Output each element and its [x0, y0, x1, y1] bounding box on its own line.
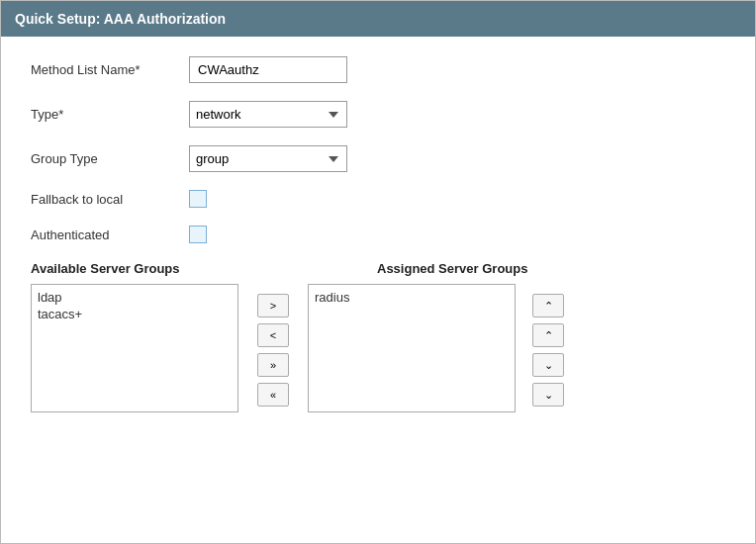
group-type-label: Group Type: [31, 151, 189, 166]
available-listbox[interactable]: ldap tacacs+: [31, 284, 238, 412]
move-bottom-button[interactable]: ⌄: [532, 383, 564, 407]
main-window: Quick Setup: AAA Authorization Method Li…: [0, 0, 756, 544]
method-list-name-input[interactable]: [189, 56, 347, 83]
move-all-right-button[interactable]: »: [257, 353, 289, 377]
group-type-row: Group Type group radius tacacs+ ldap: [31, 145, 725, 172]
method-list-name-label: Method List Name*: [31, 62, 189, 77]
authenticated-row: Authenticated: [31, 226, 725, 243]
move-up-button[interactable]: ⌃: [532, 323, 564, 347]
assigned-listbox[interactable]: radius: [308, 284, 516, 412]
assigned-server-groups-header: Assigned Server Groups: [377, 261, 585, 276]
fallback-row: Fallback to local: [31, 190, 725, 208]
type-label: Type*: [31, 107, 189, 122]
list-item[interactable]: radius: [313, 289, 511, 306]
type-row: Type* network exec commands: [31, 101, 725, 128]
authenticated-checkbox[interactable]: [189, 226, 207, 243]
fallback-label: Fallback to local: [31, 192, 189, 207]
server-groups-headers: Available Server Groups Assigned Server …: [31, 261, 725, 276]
content-area: Method List Name* Type* network exec com…: [1, 37, 755, 432]
type-select[interactable]: network exec commands: [189, 101, 347, 128]
method-list-name-row: Method List Name*: [31, 56, 725, 83]
move-right-button[interactable]: >: [257, 294, 289, 317]
transfer-header-spacer: [258, 261, 377, 276]
transfer-buttons-group: > < » «: [238, 284, 308, 407]
move-all-left-button[interactable]: «: [257, 383, 289, 407]
window-title: Quick Setup: AAA Authorization: [15, 11, 226, 27]
server-groups-section: Available Server Groups Assigned Server …: [31, 261, 725, 412]
authenticated-checkbox-wrapper: [189, 226, 207, 243]
move-down-button[interactable]: ⌄: [532, 353, 564, 377]
list-item[interactable]: ldap: [36, 289, 234, 306]
order-buttons-group: ⌃ ⌃ ⌄ ⌄: [523, 284, 573, 407]
fallback-checkbox-wrapper: [189, 190, 207, 208]
fallback-checkbox[interactable]: [189, 190, 207, 208]
available-server-groups-header: Available Server Groups: [31, 261, 258, 276]
list-item[interactable]: tacacs+: [36, 306, 234, 322]
server-groups-body: ldap tacacs+ > < » « radius ⌃ ⌃: [31, 284, 725, 412]
title-bar: Quick Setup: AAA Authorization: [1, 1, 755, 37]
move-top-button[interactable]: ⌃: [532, 294, 564, 317]
group-type-select[interactable]: group radius tacacs+ ldap: [189, 145, 347, 172]
authenticated-label: Authenticated: [31, 227, 189, 242]
move-left-button[interactable]: <: [257, 323, 289, 347]
